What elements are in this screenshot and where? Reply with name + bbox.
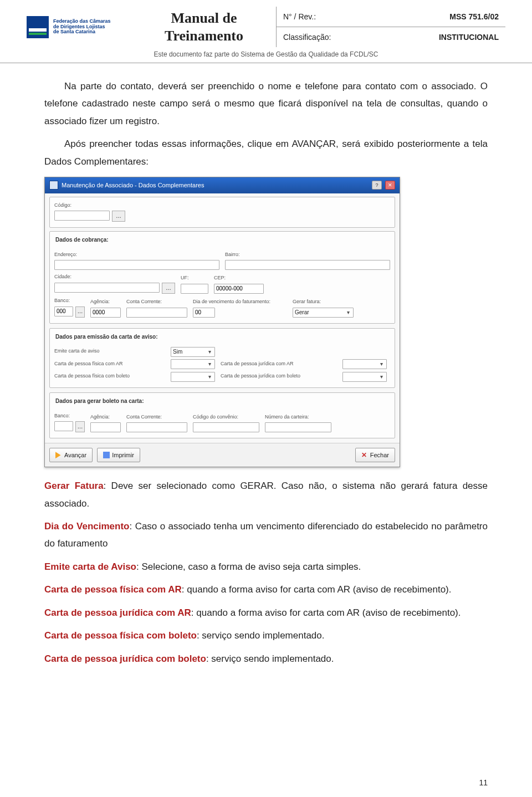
rev-value: MSS 751.6/02 bbox=[381, 7, 505, 27]
boleto-banco-input[interactable] bbox=[54, 421, 73, 431]
cpj-ar-select[interactable] bbox=[342, 359, 387, 369]
fechar-button[interactable]: ✕ Fechar bbox=[355, 448, 395, 462]
cep-label: CEP: bbox=[214, 273, 264, 283]
cpj-ar-label: Carta de pessoa jurídica com AR bbox=[221, 359, 337, 369]
conta-label: Conta Corrente: bbox=[126, 297, 187, 306]
gerar-fatura-select[interactable]: Gerar bbox=[293, 308, 354, 318]
page-number: 11 bbox=[479, 778, 488, 787]
uf-input[interactable] bbox=[181, 284, 208, 294]
app-icon bbox=[49, 181, 58, 190]
paragraph-1: Na parte do contato, deverá ser preenchi… bbox=[44, 78, 488, 130]
cep-input[interactable] bbox=[214, 284, 264, 294]
title-line1: Manual de bbox=[132, 9, 276, 27]
numero-carteira-label: Número da carteira: bbox=[265, 412, 331, 422]
cpf-ar-select[interactable] bbox=[171, 359, 215, 369]
boleto-agencia-input[interactable] bbox=[90, 422, 121, 432]
dia-venc-desc: Dia do Vencimento: Caso o associado tenh… bbox=[44, 518, 488, 553]
cpf-bol-desc: Carta de pessoa física com boleto: servi… bbox=[44, 627, 488, 644]
banco-label: Banco: bbox=[54, 296, 85, 305]
boleto-banco-label: Banco: bbox=[54, 411, 85, 421]
cpf-ar-desc: Carta de pessoa física com AR: quando a … bbox=[44, 581, 488, 598]
group-boleto: Dados para gerar boleto na carta: Banco:… bbox=[49, 392, 395, 438]
cpj-ar-desc: Carta de pessoa jurídica com AR: quando … bbox=[44, 604, 488, 621]
fcdl-logo-icon bbox=[27, 16, 49, 38]
cidade-label: Cidade: bbox=[54, 272, 175, 282]
cpf-ar-label: Carta de pessoa física com AR bbox=[54, 359, 165, 369]
dia-venc-input[interactable] bbox=[193, 308, 215, 318]
imprimir-label: Imprimir bbox=[112, 449, 134, 461]
endereco-input[interactable] bbox=[54, 260, 219, 270]
bairro-input[interactable] bbox=[225, 260, 390, 270]
conta-input[interactable] bbox=[126, 308, 187, 318]
boleto-conta-input[interactable] bbox=[126, 422, 187, 432]
print-icon bbox=[103, 452, 110, 458]
header-meta-grid: N° / Rev.: MSS 751.6/02 Classificação: I… bbox=[276, 7, 505, 47]
close-button[interactable]: ✕ bbox=[385, 181, 395, 190]
group-cobranca-legend: Dados de cobrança: bbox=[54, 235, 110, 246]
class-value: INSTITUCIONAL bbox=[381, 27, 505, 48]
group-cobranca: Dados de cobrança: Endereço: Bairro: bbox=[49, 231, 395, 323]
advance-icon bbox=[55, 452, 62, 458]
class-label: Classificação: bbox=[277, 27, 381, 48]
fechar-label: Fechar bbox=[370, 449, 389, 461]
agencia-input[interactable] bbox=[90, 308, 121, 318]
avancar-label: Avançar bbox=[64, 449, 86, 461]
help-button[interactable]: ? bbox=[372, 181, 382, 190]
uf-label: UF: bbox=[181, 273, 208, 283]
avancar-button[interactable]: Avançar bbox=[49, 448, 93, 462]
rev-label: N° / Rev.: bbox=[277, 7, 381, 27]
dialog-footer: Avançar Imprimir ✕ Fechar bbox=[45, 443, 400, 467]
imprimir-button[interactable]: Imprimir bbox=[97, 448, 140, 462]
cidade-search-button[interactable]: … bbox=[162, 283, 175, 294]
cpf-bol-select[interactable] bbox=[171, 372, 215, 382]
bairro-label: Bairro: bbox=[225, 250, 390, 259]
group-carta-legend: Dados para emissão da carta de aviso: bbox=[54, 332, 159, 343]
cpj-bol-desc: Carta de pessoa jurídica com boleto: ser… bbox=[44, 650, 488, 667]
codigo-label: Código: bbox=[54, 201, 390, 210]
logo-text: Federação das Câmaras de Dirigentes Loji… bbox=[53, 19, 111, 35]
dia-venc-label: Dia de vencimento do faturamento: bbox=[193, 297, 287, 306]
header-subtitle: Este documento faz parte do Sistema de G… bbox=[27, 47, 505, 60]
agencia-label: Agência: bbox=[90, 297, 121, 306]
codigo-convenio-input[interactable] bbox=[193, 422, 259, 432]
cidade-input[interactable] bbox=[54, 283, 160, 293]
document-title: Manual de Treinamento bbox=[132, 7, 276, 47]
codigo-search-button[interactable]: … bbox=[112, 211, 125, 222]
boleto-conta-label: Conta Corrente: bbox=[126, 412, 187, 422]
group-codigo: Código: … bbox=[49, 197, 395, 228]
title-line2: Treinamento bbox=[132, 27, 276, 44]
group-carta-aviso: Dados para emissão da carta de aviso: Em… bbox=[49, 328, 395, 388]
boleto-agencia-label: Agência: bbox=[90, 412, 121, 422]
boleto-banco-search-button[interactable]: … bbox=[75, 421, 85, 432]
app-dialog: Manutenção de Associado - Dados Compleme… bbox=[44, 177, 400, 467]
document-header: Federação das Câmaras de Dirigentes Loji… bbox=[0, 0, 532, 63]
close-icon: ✕ bbox=[361, 452, 368, 458]
gerar-fatura-desc: Gerar Fatura: Deve ser selecionado como … bbox=[44, 477, 488, 512]
titlebar: Manutenção de Associado - Dados Compleme… bbox=[45, 177, 400, 193]
group-boleto-legend: Dados para gerar boleto na carta: bbox=[54, 396, 145, 407]
paragraph-2: Após preencher todas essas informações, … bbox=[44, 135, 488, 170]
codigo-input[interactable] bbox=[54, 211, 110, 221]
banco-input[interactable] bbox=[54, 306, 73, 316]
emite-carta-select[interactable]: Sim bbox=[171, 347, 215, 357]
cpj-bol-select[interactable] bbox=[342, 372, 387, 382]
cpf-bol-label: Carta de pessoa física com boleto bbox=[54, 371, 165, 381]
document-body: Na parte do contato, deverá ser preenchi… bbox=[0, 63, 532, 667]
endereco-label: Endereço: bbox=[54, 250, 219, 259]
emite-carta-label: Emite carta de aviso bbox=[54, 346, 165, 356]
emite-carta-desc: Emite carta de Aviso: Selecione, caso a … bbox=[44, 558, 488, 575]
numero-carteira-input[interactable] bbox=[265, 422, 331, 432]
gerar-fatura-label: Gerar fatura: bbox=[293, 297, 354, 306]
dialog-title: Manutenção de Associado - Dados Compleme… bbox=[62, 180, 204, 191]
banco-search-button[interactable]: … bbox=[75, 306, 85, 318]
logo-block: Federação das Câmaras de Dirigentes Loji… bbox=[27, 7, 132, 47]
codigo-convenio-label: Código do convênio: bbox=[193, 412, 259, 422]
cpj-bol-label: Carta de pessoa jurídica com boleto bbox=[221, 371, 337, 381]
